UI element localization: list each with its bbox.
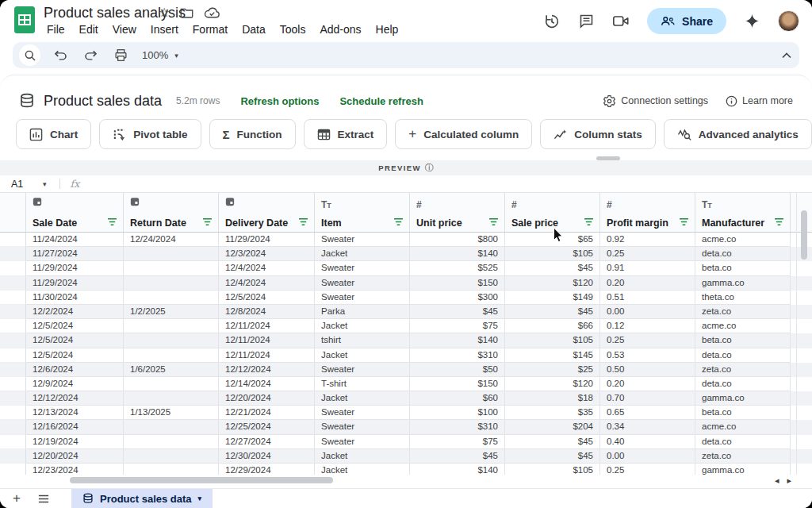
- filter-icon[interactable]: [774, 217, 784, 226]
- table-cell[interactable]: Parka: [315, 305, 410, 319]
- page-prev-icon[interactable]: ◂: [775, 475, 779, 486]
- table-cell[interactable]: Jacket: [315, 348, 410, 363]
- table-cell[interactable]: 12/4/2024: [219, 261, 315, 275]
- row-gutter-cell[interactable]: [0, 348, 26, 363]
- row-gutter-cell[interactable]: [0, 233, 26, 247]
- row-gutter-cell[interactable]: [0, 319, 26, 333]
- horizontal-scrollbar[interactable]: [70, 477, 333, 483]
- table-cell[interactable]: gamma.co: [695, 464, 791, 475]
- table-cell[interactable]: 12/12/2024: [219, 363, 315, 377]
- table-cell[interactable]: $75: [410, 319, 505, 333]
- corner-header-cell[interactable]: [0, 193, 26, 232]
- row-gutter-cell[interactable]: [0, 420, 26, 434]
- table-cell[interactable]: Jacket: [315, 391, 410, 406]
- table-cell[interactable]: Jacket: [315, 449, 410, 464]
- table-cell[interactable]: $300: [410, 291, 505, 305]
- pivot-table-button[interactable]: Pivot table: [99, 119, 201, 149]
- table-cell[interactable]: T-shirt: [315, 377, 410, 391]
- table-cell[interactable]: $120: [505, 377, 600, 391]
- refresh-options-link[interactable]: Refresh options: [240, 95, 319, 107]
- preview-info-icon[interactable]: ⓘ: [425, 162, 434, 174]
- table-cell[interactable]: 0.00: [600, 449, 695, 464]
- advanced-analytics-button[interactable]: Advanced analytics: [664, 119, 812, 149]
- column-header-manufacturer[interactable]: TTManufacturer: [695, 193, 791, 232]
- table-cell[interactable]: 12/24/2024: [124, 233, 219, 247]
- table-cell[interactable]: beta.co: [695, 261, 791, 275]
- table-cell[interactable]: gamma.co: [695, 391, 791, 406]
- table-cell[interactable]: 0.25: [600, 333, 695, 348]
- menu-item-edit[interactable]: Edit: [72, 21, 105, 37]
- table-cell[interactable]: tshirt: [315, 333, 410, 348]
- column-header-unit-price[interactable]: #Unit price: [410, 193, 505, 232]
- table-cell[interactable]: [124, 464, 219, 475]
- table-cell[interactable]: 1/2/2025: [124, 305, 219, 319]
- row-gutter-cell[interactable]: [0, 449, 26, 464]
- column-header-profit-margin[interactable]: #Profit margin: [600, 193, 695, 232]
- row-gutter-cell[interactable]: [0, 435, 26, 449]
- table-cell[interactable]: 12/9/2024: [26, 377, 124, 391]
- filter-icon[interactable]: [298, 217, 308, 226]
- table-cell[interactable]: 12/14/2024: [219, 377, 315, 391]
- table-cell[interactable]: [124, 291, 219, 305]
- table-cell[interactable]: [124, 449, 219, 464]
- schedule-refresh-link[interactable]: Schedule refresh: [339, 95, 423, 107]
- row-gutter-cell[interactable]: [0, 363, 26, 377]
- chart-button[interactable]: Chart: [16, 119, 91, 149]
- menu-item-data[interactable]: Data: [235, 21, 273, 37]
- version-history-icon[interactable]: [543, 13, 561, 30]
- filter-icon[interactable]: [107, 217, 117, 226]
- table-cell[interactable]: Sweater: [315, 291, 410, 305]
- connection-settings-link[interactable]: Connection settings: [621, 95, 708, 106]
- table-cell[interactable]: deta.co: [695, 348, 791, 363]
- table-cell[interactable]: 12/5/2024: [219, 291, 315, 305]
- column-header-sale-price[interactable]: #Sale price: [505, 193, 600, 232]
- gemini-sparkle-icon[interactable]: [744, 13, 760, 29]
- table-cell[interactable]: beta.co: [695, 333, 791, 348]
- table-cell[interactable]: $145: [505, 348, 600, 363]
- table-cell[interactable]: 11/27/2024: [26, 247, 124, 261]
- table-cell[interactable]: 12/25/2024: [219, 420, 315, 434]
- table-cell[interactable]: [124, 377, 219, 391]
- table-cell[interactable]: $140: [410, 247, 505, 261]
- column-stats-button[interactable]: Column stats: [540, 119, 656, 149]
- calculated-column-button[interactable]: + Calculated column: [395, 119, 532, 149]
- table-cell[interactable]: $140: [410, 333, 505, 348]
- table-cell[interactable]: 0.34: [600, 420, 695, 434]
- table-cell[interactable]: 12/12/2024: [26, 391, 124, 406]
- table-cell[interactable]: 12/20/2024: [219, 391, 315, 406]
- table-cell[interactable]: $45: [505, 435, 600, 449]
- table-cell[interactable]: Sweater: [315, 261, 410, 275]
- table-cell[interactable]: 11/30/2024: [26, 291, 124, 305]
- table-cell[interactable]: $149: [505, 291, 600, 305]
- table-cell[interactable]: $25: [505, 363, 600, 377]
- table-cell[interactable]: beta.co: [695, 406, 791, 420]
- table-cell[interactable]: $310: [410, 348, 505, 363]
- table-cell[interactable]: Sweater: [315, 233, 410, 247]
- table-cell[interactable]: 0.50: [600, 363, 695, 377]
- sheet-tab-menu-icon[interactable]: ▾: [198, 495, 202, 502]
- table-cell[interactable]: 0.25: [600, 247, 695, 261]
- table-cell[interactable]: deta.co: [695, 377, 791, 391]
- menu-item-tools[interactable]: Tools: [273, 21, 313, 37]
- table-cell[interactable]: 12/27/2024: [219, 435, 315, 449]
- filter-icon[interactable]: [679, 217, 689, 226]
- table-cell[interactable]: $310: [410, 420, 505, 434]
- filter-icon[interactable]: [488, 217, 499, 226]
- table-cell[interactable]: 12/4/2024: [219, 276, 315, 291]
- table-cell[interactable]: 12/3/2024: [219, 247, 315, 261]
- undo-icon[interactable]: [50, 45, 71, 66]
- table-cell[interactable]: [124, 319, 219, 333]
- table-cell[interactable]: 12/8/2024: [219, 305, 315, 319]
- table-cell[interactable]: $100: [410, 406, 505, 420]
- table-cell[interactable]: 12/11/2024: [219, 319, 315, 333]
- table-cell[interactable]: $150: [410, 276, 505, 291]
- name-box[interactable]: A1: [11, 179, 40, 190]
- column-header-sale-date[interactable]: Sale Date: [26, 193, 124, 232]
- table-cell[interactable]: $45: [505, 261, 600, 275]
- table-cell[interactable]: Sweater: [315, 276, 410, 291]
- zoom-selector[interactable]: 100% ▾: [142, 49, 178, 61]
- column-header-item[interactable]: TTItem: [315, 193, 410, 232]
- table-cell[interactable]: [124, 333, 219, 348]
- table-cell[interactable]: Jacket: [315, 319, 410, 333]
- table-cell[interactable]: 0.25: [600, 464, 695, 475]
